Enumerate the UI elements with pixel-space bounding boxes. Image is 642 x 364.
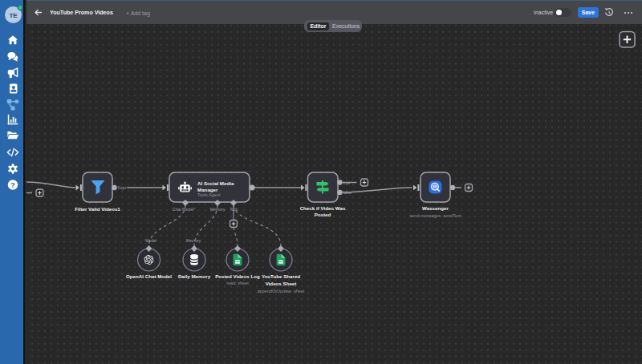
svg-text:OpenAI Chat Model: OpenAI Chat Model [126,273,172,279]
svg-text:Model: Model [145,238,156,243]
svg-text:Memory: Memory [186,238,201,243]
svg-text:AI Social Media: AI Social Media [197,180,234,186]
svg-text:send-messages: sendText: send-messages: sendText [410,213,461,218]
svg-text:?: ? [10,181,15,189]
svg-text:Chat Model*: Chat Model* [173,207,196,212]
svg-text:Filter Valid Videos1: Filter Valid Videos1 [75,206,120,212]
svg-text:Videos Sheet: Videos Sheet [266,281,297,286]
svg-text:Memory: Memory [210,207,226,212]
svg-text:true: true [343,180,351,185]
svg-text:Check if Video Was: Check if Video Was [300,205,346,211]
svg-text:Daily Memory: Daily Memory [178,273,211,279]
svg-text:Posted: Posted [315,212,331,217]
svg-text:TE: TE [9,12,18,19]
svg-text:read: sheet: read: sheet [226,281,249,285]
svg-text:Tool: Tool [230,207,238,212]
svg-text:Tools Agent: Tools Agent [197,192,221,197]
svg-text:Posted Videos Log: Posted Videos Log [215,273,260,279]
svg-text:false: false [343,190,352,195]
svg-text:Wassenger: Wassenger [422,205,449,211]
svg-text:Kept: Kept [118,185,127,190]
svg-text:appendOrUpdate: sheet: appendOrUpdate: sheet [258,289,305,293]
svg-text:Manager: Manager [197,187,218,192]
svg-text:YouTube Shared: YouTube Shared [262,273,300,279]
